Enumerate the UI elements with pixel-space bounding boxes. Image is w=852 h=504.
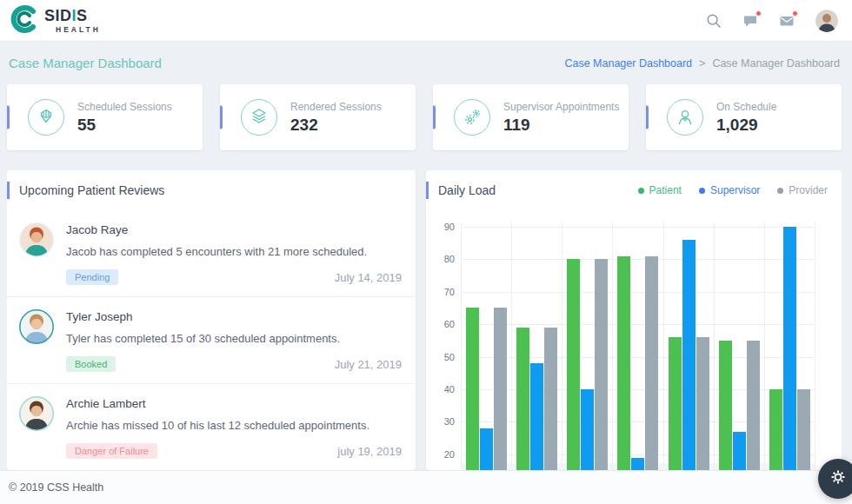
y-axis-label: 70 (444, 287, 455, 297)
chart-bar-provider (696, 337, 709, 470)
review-item[interactable]: Archie LambertArchie has missed 10 of hi… (7, 384, 416, 470)
review-description: Jacob has completed 5 encounters with 21… (66, 245, 402, 258)
chart-plot (461, 222, 815, 470)
hands-icon (28, 99, 64, 136)
review-date: july 19, 2019 (337, 445, 402, 458)
chart-bar-provider (494, 308, 507, 470)
patient-avatar (19, 309, 54, 344)
daily-load-chart: 2030405060708090 (426, 210, 842, 470)
stat-card: On Schedule1,029 (646, 84, 842, 150)
y-axis-label: 50 (444, 352, 455, 362)
search-icon[interactable] (706, 13, 722, 29)
bar-groups (462, 222, 815, 470)
legend-item-provider[interactable]: Provider (777, 184, 828, 196)
chart-bar-provider (544, 328, 557, 470)
bar-group (664, 222, 715, 470)
review-item[interactable]: Tyler JosephTyler has completed 15 of 30… (7, 297, 416, 384)
chart-bar-patient (769, 389, 782, 470)
breadcrumb-row: Case Manager Dashboard Case Manager Dash… (0, 42, 852, 84)
chart-legend: PatientSupervisorProvider (638, 184, 828, 196)
breadcrumb-current: Case Manager Dashboard (712, 57, 840, 70)
patient-name: Tyler Joseph (66, 310, 402, 323)
stat-accent-bar (7, 106, 10, 129)
stat-label: Supervisor Appointments (503, 101, 619, 113)
breadcrumb-separator: > (699, 57, 705, 70)
breadcrumb: Case Manager Dashboard > Case Manager Da… (564, 57, 840, 70)
chart-bar-provider (747, 341, 760, 470)
chart-bar-patient (617, 256, 630, 470)
chart-bar-supervisor (783, 227, 796, 470)
main-content: Upcoming Patient Reviews Jacob RayeJacob… (7, 170, 842, 470)
status-badge: Booked (66, 356, 116, 372)
chart-bar-patient (719, 341, 732, 470)
daily-load-header: Daily Load PatientSupervisorProvider (426, 170, 842, 210)
stat-accent-bar (646, 106, 649, 129)
breadcrumb-link[interactable]: Case Manager Dashboard (564, 57, 692, 70)
stat-value: 232 (290, 116, 382, 135)
stat-label: Rendered Sessions (290, 101, 382, 113)
layers-icon (241, 99, 277, 136)
gears-icon (454, 99, 490, 136)
review-date: July 14, 2019 (335, 271, 402, 284)
chart-bar-supervisor (581, 389, 594, 470)
status-badge: Pending (66, 269, 118, 285)
stat-value: 1,029 (716, 116, 776, 135)
y-axis-labels: 2030405060708090 (438, 222, 461, 470)
chart-bar-patient (516, 328, 529, 470)
chart-bar-supervisor (631, 458, 644, 470)
chart-bar-provider (645, 256, 658, 470)
bar-group (462, 222, 512, 470)
y-axis-label: 40 (444, 384, 455, 395)
status-badge: Danger of Failure (66, 443, 157, 459)
review-item[interactable]: Jacob RayeJacob has completed 5 encounte… (7, 210, 416, 297)
legend-item-supervisor[interactable]: Supervisor (699, 184, 760, 196)
upcoming-reviews-panel: Upcoming Patient Reviews Jacob RayeJacob… (7, 170, 416, 470)
mail-notification-dot (792, 10, 798, 17)
daily-load-panel: Daily Load PatientSupervisorProvider 203… (426, 170, 842, 470)
reviews-title: Upcoming Patient Reviews (19, 183, 164, 197)
user-avatar[interactable] (815, 10, 838, 32)
mail-icon[interactable] (779, 13, 795, 29)
stat-card: Rendered Sessions232 (220, 84, 416, 150)
bar-group (613, 222, 663, 470)
reviews-panel-header: Upcoming Patient Reviews (7, 170, 416, 210)
legend-label: Provider (789, 184, 828, 196)
person-icon (667, 99, 703, 136)
app-logo: SIDIS HEALTH (9, 3, 101, 38)
chart-bar-patient (567, 259, 580, 470)
bar-group (715, 222, 765, 470)
chart-bar-provider (797, 389, 810, 470)
stat-accent-bar (433, 106, 436, 129)
chart-bar-supervisor (480, 428, 493, 470)
stat-value: 119 (503, 116, 619, 135)
y-axis-label: 20 (444, 449, 455, 460)
legend-item-patient[interactable]: Patient (638, 184, 682, 196)
review-description: Tyler has completed 15 of 30 scheduled a… (66, 332, 402, 345)
app-header: SIDIS HEALTH (0, 0, 852, 42)
legend-dot (699, 188, 705, 194)
chart-bar-provider (595, 259, 608, 470)
settings-fab[interactable] (818, 459, 852, 499)
stats-row: Scheduled Sessions55Rendered Sessions232… (7, 84, 842, 150)
y-axis-label: 80 (444, 254, 455, 264)
brand-name: SIDIS (44, 8, 101, 23)
messages-notification-dot (755, 10, 762, 17)
bar-group (562, 222, 613, 470)
patient-avatar (19, 222, 54, 257)
gear-icon (829, 468, 847, 489)
copyright-text: © 2019 CSS Health (9, 481, 103, 494)
patient-name: Jacob Raye (66, 223, 402, 236)
y-axis-label: 90 (444, 222, 455, 232)
bar-group (765, 222, 815, 470)
legend-label: Patient (649, 184, 682, 196)
legend-dot (638, 188, 644, 194)
bar-group (512, 222, 562, 470)
chart-bar-supervisor (530, 363, 543, 470)
messages-icon[interactable] (742, 13, 758, 29)
header-actions (706, 10, 838, 32)
review-list: Jacob RayeJacob has completed 5 encounte… (7, 210, 416, 470)
y-axis-label: 30 (444, 416, 455, 427)
daily-load-title: Daily Load (438, 183, 496, 197)
chart-bar-patient (466, 308, 479, 470)
stat-accent-bar (220, 106, 223, 129)
